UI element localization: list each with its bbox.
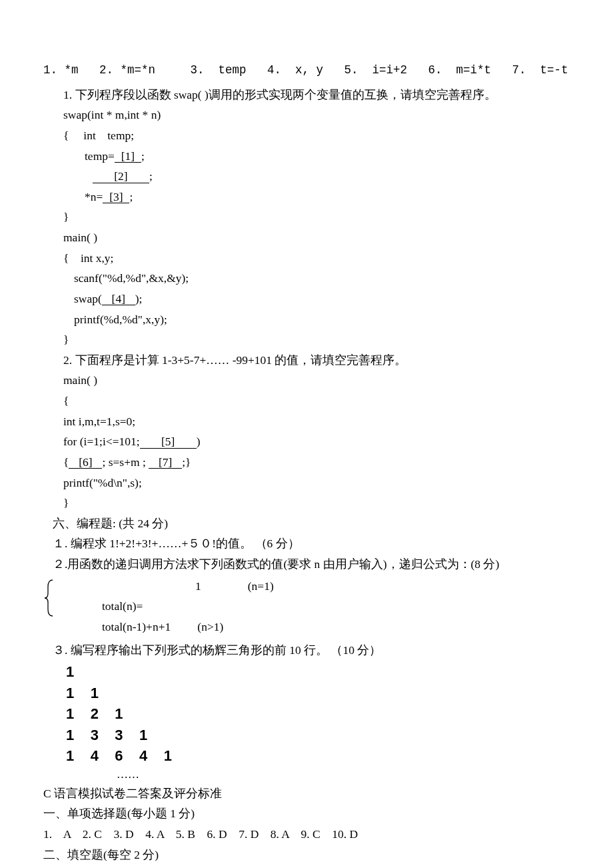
top-answers-line: 1. *m 2. *m=*n 3. temp 4. x, y 5. i=i+2 …	[43, 60, 570, 81]
q1-code-l3: temp=[1];	[43, 146, 570, 167]
q2-prompt: 2. 下面程序是计算 1-3+5-7+…… -99+101 的值，请填空完善程序…	[43, 350, 570, 371]
q2-code-l1: main( )	[43, 370, 570, 391]
blank-3: [3]	[103, 191, 129, 203]
text: ;	[141, 149, 145, 163]
q1-code-l11: printf(%d,%d",x,y);	[43, 309, 570, 330]
text: swap(	[74, 292, 102, 305]
q2-code-l2: {	[43, 391, 570, 411]
q1-prompt: 1. 下列程序段以函数 swap( )调用的形式实现两个变量值的互换，请填空完善…	[43, 85, 570, 105]
blank-5: [5]	[140, 435, 197, 448]
pascal-row-1: 1	[43, 663, 570, 681]
recursive-formula: 1(n=1) total(n)= total(n-1)+n+1(n>1)	[43, 576, 570, 637]
blank-1: [1]	[115, 150, 141, 163]
pascal-row-4: 1 3 3 1	[43, 726, 570, 745]
text: );	[135, 292, 143, 305]
section6-p3: ３. 编写程序输出下列形式的杨辉三角形的前 10 行。 （10 分）	[43, 640, 570, 661]
pascal-dots: ……	[43, 765, 570, 783]
answers-s2-heading: 二、填空题(每空 2 分)	[43, 845, 570, 865]
text: ;	[149, 169, 153, 183]
section6-p1: １. 编程求 1!+2!+3!+……+５０!的值。 （6 分）	[43, 533, 570, 554]
answers-title: C 语言模拟试卷二答案及评分标准	[43, 783, 570, 804]
text: ; s=s+m ;	[102, 455, 149, 469]
q2-code-l6: printf("%d\n",s);	[43, 473, 570, 493]
section6-heading: 六、编程题: (共 24 分)	[43, 513, 570, 534]
q1-code-l7: main( )	[43, 227, 570, 248]
left-brace-icon	[43, 579, 55, 617]
text: *n=	[85, 190, 103, 203]
q1-code-l5: *n=[3];	[43, 187, 570, 207]
formula-total: total(n)=	[102, 599, 143, 613]
q1-code-l9: scanf("%d,%d",&x,&y);	[43, 268, 570, 289]
formula-row3: total(n-1)+n+1(n>1)	[102, 617, 570, 637]
formula-1: 1	[195, 579, 201, 593]
q1-code-l12: }	[43, 329, 570, 350]
answers-s2-1: 1. 顺序结构、选择结构、循环结构。	[43, 865, 570, 868]
q1-code-l8: { int x,y;	[43, 248, 570, 269]
blank-4: [4]	[102, 293, 135, 305]
pascal-row-2: 1 1	[43, 684, 570, 703]
q1-code-l10: swap([4]);	[43, 289, 570, 309]
text: ;	[129, 190, 133, 203]
q2-code-l3: int i,m,t=1,s=0;	[43, 411, 570, 432]
formula-ngt1: (n>1)	[197, 620, 223, 633]
blank-6: [6]	[69, 456, 102, 469]
q1-code-l6: }	[43, 207, 570, 227]
text: {	[63, 455, 69, 469]
formula-rec: total(n-1)+n+1	[102, 620, 171, 633]
q2-code-l7: }	[43, 493, 570, 513]
answers-s1-list: 1. A 2. C 3. D 4. A 5. B 6. D 7. D 8. A …	[43, 824, 570, 845]
pascal-row-5: 1 4 6 4 1	[43, 747, 570, 765]
q1-code-l1: swap(int * m,int * n)	[43, 105, 570, 125]
blank-2: [2]	[93, 170, 149, 183]
q2-code-l5: {[6]; s=s+m ; [7];}	[43, 452, 570, 473]
blank-7: [7]	[149, 456, 182, 469]
formula-n1: (n=1)	[248, 579, 274, 593]
text: for (i=1;i<=101;	[63, 435, 140, 448]
formula-row2: total(n)=	[102, 596, 570, 617]
answers-s1-heading: 一、单项选择题(每小题 1 分)	[43, 803, 570, 824]
text: )	[197, 435, 201, 448]
formula-row1: 1(n=1)	[102, 576, 570, 597]
q1-code-l4: [2];	[43, 166, 570, 187]
q1-code-l2: { int temp;	[43, 125, 570, 146]
pascal-row-3: 1 2 1	[43, 705, 570, 723]
section6-p2: ２.用函数的递归调用方法求下列函数式的值(要求 n 由用户输入)，递归公式为：(…	[43, 554, 570, 575]
text: temp=	[85, 149, 115, 163]
text: ;}	[182, 455, 191, 469]
q2-code-l4: for (i=1;i<=101;[5])	[43, 431, 570, 452]
